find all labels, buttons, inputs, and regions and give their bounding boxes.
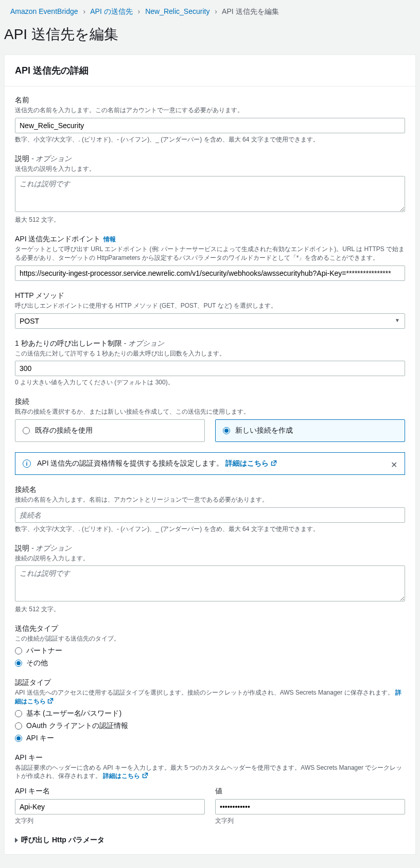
- description-label: 説明 - オプション: [15, 154, 405, 164]
- triangle-right-icon: [15, 838, 18, 843]
- description-hint: 最大 512 文字。: [15, 216, 405, 224]
- connection-name-label: 接続名: [15, 485, 405, 494]
- radio-label: OAuth クライアントの認証情報: [26, 721, 128, 731]
- name-field: 名前 送信先の名前を入力します。この名前はアカウントで一意にする必要があります。…: [15, 96, 405, 144]
- api-key-desc: 各認証要求のヘッダーに含める API キーを入力します。最大 5 つのカスタムヘ…: [15, 764, 405, 781]
- rate-limit-desc: この送信先に対して許可する 1 秒あたりの最大呼び出し回数を入力します。: [15, 349, 405, 358]
- connection-description-hint: 最大 512 文字。: [15, 605, 405, 614]
- name-desc: 送信先の名前を入力します。この名前はアカウントで一意にする必要があります。: [15, 106, 405, 115]
- learn-more-link[interactable]: 詳細はこちら: [103, 772, 148, 780]
- radio-icon: [23, 427, 30, 434]
- rate-limit-label: 1 秒あたりの呼び出しレート制限 - オプション: [15, 339, 405, 348]
- expand-label: 呼び出し Http パラメータ: [21, 836, 104, 845]
- info-icon: i: [23, 459, 31, 468]
- alert-text: API 送信先の認証資格情報を提供する接続を設定します。 詳細はこちら: [37, 459, 277, 468]
- endpoint-desc: ターゲットとして呼び出す URL エンドポイント (例: パートナーサービスによ…: [15, 245, 405, 262]
- connection-description-desc: 接続の説明を入力します。: [15, 554, 405, 563]
- connection-description-field: 説明 - オプション 接続の説明を入力します。 最大 512 文字。: [15, 544, 405, 614]
- radio-existing-connection[interactable]: 既存の接続を使用: [15, 419, 205, 442]
- auth-type-label: 認証タイプ: [15, 678, 405, 687]
- rate-limit-hint: 0 より大きい値を入力してください (デフォルトは 300)。: [15, 378, 405, 387]
- connection-name-input[interactable]: [15, 507, 405, 523]
- destination-type-label: 送信先タイプ: [15, 624, 405, 633]
- connection-field: 接続 既存の接続を選択するか、または新しい接続を作成して、この送信先に使用します…: [15, 397, 405, 442]
- radio-icon: [15, 722, 22, 730]
- rate-limit-input[interactable]: [15, 361, 405, 376]
- api-key-value-field: 値 文字列: [215, 787, 405, 825]
- learn-more-link[interactable]: 詳細はこちら: [225, 459, 277, 467]
- page-title: API 送信先を編集: [0, 21, 420, 55]
- api-key-name-hint: 文字列: [15, 817, 205, 825]
- radio-label: 既存の接続を使用: [35, 426, 93, 435]
- expand-http-params[interactable]: 呼び出し Http パラメータ: [15, 836, 405, 845]
- http-method-field: HTTP メソッド 呼び出しエンドポイントに使用する HTTP メソッド (GE…: [15, 291, 405, 329]
- api-key-value-hint: 文字列: [215, 817, 405, 825]
- api-key-section: API キー 各認証要求のヘッダーに含める API キーを入力します。最大 5 …: [15, 753, 405, 825]
- name-input[interactable]: [15, 118, 405, 133]
- breadcrumb-current: API 送信先を編集: [222, 7, 278, 15]
- http-method-desc: 呼び出しエンドポイントに使用する HTTP メソッド (GET、POST、PUT…: [15, 302, 405, 310]
- breadcrumb-link[interactable]: Amazon EventBridge: [10, 7, 78, 15]
- details-panel: API 送信先の詳細 名前 送信先の名前を入力します。この名前はアカウントで一意…: [4, 55, 416, 855]
- info-alert: i API 送信先の認証資格情報を提供する接続を設定します。 詳細はこちら ✕: [15, 452, 405, 475]
- api-key-name-input[interactable]: [15, 799, 205, 814]
- radio-label: API キー: [26, 734, 54, 743]
- api-key-value-label: 値: [215, 787, 405, 796]
- connection-desc: 既存の接続を選択するか、または新しい接続を作成して、この送信先に使用します。: [15, 408, 405, 416]
- api-key-name-field: API キー名 文字列: [15, 787, 205, 825]
- radio-other[interactable]: その他: [15, 659, 405, 668]
- breadcrumb-link[interactable]: API の送信先: [90, 7, 132, 15]
- endpoint-label: API 送信先エンドポイント情報: [15, 235, 405, 244]
- connection-name-field: 接続名 接続の名前を入力します。名前は、アカウントとリージョンで一意である必要が…: [15, 485, 405, 534]
- chevron-right-icon: ›: [215, 7, 217, 15]
- endpoint-input[interactable]: [15, 265, 405, 281]
- radio-icon: [15, 710, 22, 717]
- close-icon[interactable]: ✕: [391, 460, 397, 470]
- radio-icon: [15, 735, 22, 742]
- radio-label: 新しい接続を作成: [235, 426, 293, 435]
- radio-icon: [223, 427, 230, 434]
- destination-type-field: 送信先タイプ この接続が認証する送信先のタイプ。 パートナー その他: [15, 624, 405, 668]
- destination-type-desc: この接続が認証する送信先のタイプ。: [15, 634, 405, 643]
- auth-type-field: 認証タイプ API 送信先へのアクセスに使用する認証タイプを選択します。接続のシ…: [15, 678, 405, 743]
- connection-name-hint: 数字、小文字/大文字、. (ピリオド)、- (ハイフン)、_ (アンダーバー) …: [15, 525, 405, 534]
- api-key-name-label: API キー名: [15, 787, 205, 796]
- breadcrumb: Amazon EventBridge › API の送信先 › New_Reli…: [0, 0, 420, 21]
- radio-oauth[interactable]: OAuth クライアントの認証情報: [15, 721, 405, 731]
- radio-label: 基本 (ユーザー名/パスワード): [26, 709, 121, 718]
- description-textarea[interactable]: [15, 176, 405, 212]
- name-hint: 数字、小文字/大文字、. (ピリオド)、- (ハイフン)、_ (アンダーバー) …: [15, 135, 405, 144]
- connection-description-textarea[interactable]: [15, 565, 405, 601]
- rate-limit-field: 1 秒あたりの呼び出しレート制限 - オプション この送信先に対して許可する 1…: [15, 339, 405, 387]
- radio-icon: [15, 660, 22, 667]
- endpoint-field: API 送信先エンドポイント情報 ターゲットとして呼び出す URL エンドポイン…: [15, 235, 405, 281]
- name-label: 名前: [15, 96, 405, 105]
- radio-partner[interactable]: パートナー: [15, 646, 405, 656]
- radio-basic-auth[interactable]: 基本 (ユーザー名/パスワード): [15, 709, 405, 718]
- description-field: 説明 - オプション 送信先の説明を入力します。 最大 512 文字。: [15, 154, 405, 225]
- radio-new-connection[interactable]: 新しい接続を作成: [215, 419, 405, 442]
- http-method-label: HTTP メソッド: [15, 291, 405, 300]
- radio-api-key[interactable]: API キー: [15, 734, 405, 743]
- panel-title: API 送信先の詳細: [15, 64, 405, 77]
- api-key-label: API キー: [15, 753, 405, 763]
- connection-label: 接続: [15, 397, 405, 406]
- connection-name-desc: 接続の名前を入力します。名前は、アカウントとリージョンで一意である必要があります…: [15, 495, 405, 504]
- radio-label: パートナー: [26, 646, 62, 656]
- chevron-right-icon: ›: [83, 7, 85, 15]
- radio-icon: [15, 647, 22, 654]
- info-link[interactable]: 情報: [103, 236, 116, 243]
- radio-label: その他: [26, 659, 48, 668]
- connection-description-label: 説明 - オプション: [15, 544, 405, 553]
- chevron-right-icon: ›: [138, 7, 141, 15]
- breadcrumb-link[interactable]: New_Relic_Security: [145, 7, 209, 15]
- api-key-value-input[interactable]: [215, 799, 405, 814]
- http-method-select[interactable]: POST: [15, 313, 405, 329]
- description-desc: 送信先の説明を入力します。: [15, 165, 405, 173]
- auth-type-desc: API 送信先へのアクセスに使用する認証タイプを選択します。接続のシークレットが…: [15, 688, 405, 706]
